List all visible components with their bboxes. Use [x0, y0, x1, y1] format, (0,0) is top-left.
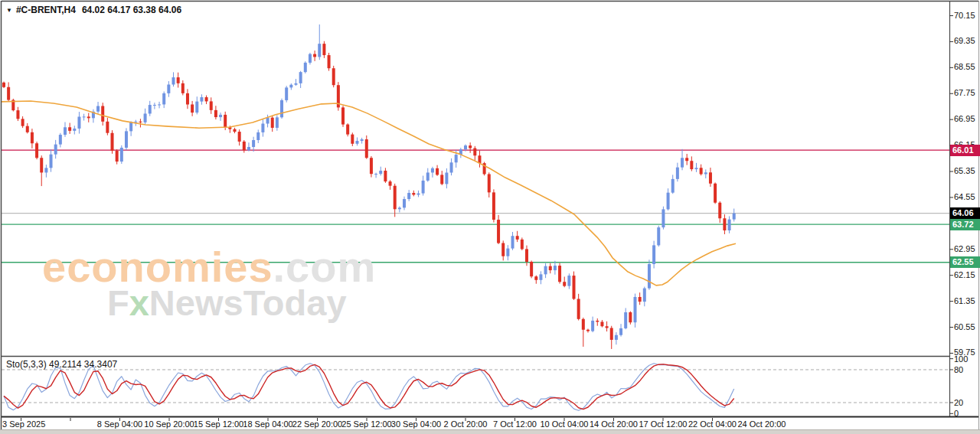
- candle-body: [40, 158, 43, 172]
- time-axis-label[interactable]: 15 Sep 12:00: [194, 419, 243, 429]
- time-axis-label[interactable]: 10 Oct 04:00: [541, 419, 589, 429]
- candle-body: [634, 297, 637, 322]
- candle-body: [671, 179, 675, 193]
- time-axis-label[interactable]: 22 Oct 04:00: [688, 419, 737, 429]
- candle-body: [261, 124, 264, 132]
- price-axis-label[interactable]: 64.55: [954, 192, 975, 201]
- candle-body: [233, 129, 236, 132]
- candle-body: [214, 110, 217, 117]
- candle-body: [247, 147, 250, 150]
- candle-body: [596, 321, 599, 322]
- time-axis-label[interactable]: 22 Sep 20:00: [292, 419, 342, 429]
- candle-body: [129, 122, 132, 132]
- candle-body: [521, 240, 524, 250]
- sub-axis-label[interactable]: 100: [954, 354, 968, 364]
- price-axis-label[interactable]: 70.15: [954, 11, 975, 20]
- candle-body: [125, 131, 128, 148]
- candle-body: [431, 168, 434, 173]
- candle-body: [167, 84, 170, 93]
- candle-body: [615, 335, 618, 340]
- candle-body: [285, 87, 288, 100]
- chevron-down-icon[interactable]: ▼: [6, 7, 12, 14]
- candle-body: [280, 100, 283, 117]
- candle-body: [341, 107, 345, 124]
- price-axis-label[interactable]: 62.95: [954, 244, 975, 253]
- candle-body: [219, 115, 222, 117]
- candle-body: [464, 145, 467, 149]
- ohlc-values: 64.02 64.17 63.38 64.06: [82, 5, 181, 15]
- candle-body: [648, 264, 651, 289]
- candle-body: [728, 220, 731, 230]
- candle-body: [139, 122, 142, 122]
- candle-body: [289, 85, 292, 88]
- sub-axis-label[interactable]: 0: [954, 409, 959, 418]
- candle-body: [469, 145, 472, 148]
- price-axis-label[interactable]: 62.15: [954, 270, 975, 279]
- candle-body: [600, 321, 603, 326]
- candle-body: [704, 172, 707, 174]
- candle-body: [488, 174, 491, 192]
- candle-body: [685, 158, 688, 161]
- time-axis-label[interactable]: 7 Oct 12:00: [493, 419, 537, 429]
- candle-body: [256, 132, 260, 140]
- chart-canvas[interactable]: economies.comFxNewsToday: [0, 0, 980, 434]
- sub-axis-label[interactable]: 20: [954, 398, 963, 407]
- candle-body: [544, 266, 547, 275]
- candle-body: [304, 63, 307, 72]
- price-axis-label[interactable]: 66.95: [954, 114, 975, 123]
- candle-body: [186, 93, 189, 105]
- time-axis-label[interactable]: 24 Oct 20:00: [738, 419, 786, 429]
- candle-body: [412, 193, 415, 194]
- time-axis-label[interactable]: 18 Sep 04:00: [243, 419, 292, 429]
- candle-body: [389, 181, 392, 186]
- time-axis-label[interactable]: 17 Oct 12:00: [639, 419, 688, 429]
- candle-body: [73, 129, 76, 131]
- candle-body: [271, 118, 274, 128]
- time-axis-label[interactable]: 2 Oct 20:00: [444, 419, 488, 429]
- candle-body: [407, 193, 410, 199]
- price-axis-label[interactable]: 67.75: [954, 88, 975, 97]
- candle-body: [172, 77, 175, 84]
- time-axis-label[interactable]: 30 Sep 04:00: [391, 419, 441, 429]
- time-axis-label[interactable]: 10 Sep 20:00: [144, 419, 194, 429]
- price-axis-label[interactable]: 65.35: [954, 166, 975, 175]
- candle-body: [355, 141, 358, 144]
- chart-area[interactable]: economies.comFxNewsToday: [0, 0, 980, 434]
- candle-body: [111, 133, 114, 151]
- price-axis-label[interactable]: 60.55: [954, 322, 975, 331]
- candle-body: [328, 55, 331, 68]
- candle-body: [116, 151, 119, 162]
- candle-body: [582, 319, 585, 330]
- candle-body: [398, 207, 401, 209]
- price-axis-label[interactable]: 69.35: [954, 36, 975, 45]
- stochastic-k-line: [4, 364, 734, 411]
- candle-body: [450, 162, 453, 172]
- candle-body: [558, 266, 561, 282]
- time-axis-label[interactable]: 8 Sep 04:00: [97, 419, 142, 429]
- candle-body: [44, 168, 47, 172]
- candle-body: [492, 192, 495, 220]
- candle-body: [144, 113, 147, 122]
- candle-body: [294, 83, 297, 85]
- candle-body: [59, 135, 62, 145]
- price-badge: 63.72: [950, 219, 980, 230]
- price-axis-label[interactable]: 61.35: [954, 296, 975, 305]
- candle-body: [83, 116, 86, 117]
- price-axis-label[interactable]: 68.55: [954, 62, 975, 71]
- candle-body: [473, 148, 476, 156]
- candle-body: [394, 186, 397, 210]
- time-axis-label[interactable]: 3 Sep 2025: [2, 419, 45, 429]
- sub-axis-label[interactable]: 80: [954, 365, 963, 374]
- candle-body: [506, 249, 509, 256]
- candle-body: [332, 68, 335, 85]
- candle-body: [26, 126, 29, 132]
- candle-body: [700, 168, 703, 174]
- time-axis-label[interactable]: 14 Oct 20:00: [590, 419, 638, 429]
- candle-body: [681, 158, 684, 167]
- candle-body: [416, 194, 420, 195]
- price-badge: 64.06: [950, 207, 980, 219]
- candle-body: [177, 77, 180, 83]
- candle-body: [379, 171, 382, 174]
- time-axis-label[interactable]: 25 Sep 12:00: [341, 419, 391, 429]
- candle-body: [158, 104, 161, 105]
